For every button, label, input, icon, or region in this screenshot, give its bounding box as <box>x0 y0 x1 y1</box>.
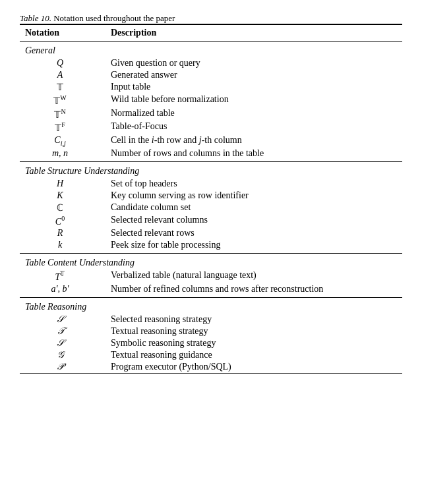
notation-S-script: 𝒮 <box>20 337 106 349</box>
section-content: Table Content Understanding <box>20 254 402 270</box>
table-number: Table 10. <box>20 13 51 23</box>
table-row: Q Given question or query <box>20 57 402 69</box>
header-description: Description <box>106 24 402 42</box>
table-row: H Set of top headers <box>20 178 402 190</box>
desc-C: Candidate column set <box>106 202 402 214</box>
header-notation: Notation <box>20 24 106 42</box>
table-subtitle: Notation used throughout the paper <box>53 13 175 23</box>
section-reasoning-label: Table Reasoning <box>20 298 402 314</box>
desc-ab: Number of refined columns and rows after… <box>106 283 402 298</box>
desc-TW: Wild table before normalization <box>106 94 402 107</box>
desc-T-script: Textual reasoning strategy <box>106 325 402 337</box>
notation-S: 𝒮 <box>20 314 106 325</box>
notation-P: 𝒫 <box>20 361 106 374</box>
notation-C0: C0 <box>20 214 106 228</box>
table-row: Ci,j Cell in the i-th row and j-th colum… <box>20 134 402 148</box>
desc-TN: Normalized table <box>106 107 402 121</box>
notation-k: k <box>20 239 106 254</box>
table-row: R Selected relevant rows <box>20 227 402 239</box>
desc-P: Program executor (Python/SQL) <box>106 361 402 374</box>
notation-TN: 𝕋N <box>20 107 106 121</box>
table-row: 𝕋W Wild table before normalization <box>20 94 402 107</box>
section-content-label: Table Content Understanding <box>20 254 402 270</box>
table-row: T𝕋 Verbalized table (natural language te… <box>20 269 402 283</box>
section-structure-label: Table Structure Understanding <box>20 161 402 178</box>
desc-S-script: Symbolic reasoning strategy <box>106 337 402 349</box>
notation-table: Notation Description General Q Given que… <box>20 24 402 374</box>
section-structure: Table Structure Understanding <box>20 161 402 178</box>
notation-H: H <box>20 178 106 190</box>
table-title: Table 10. Notation used throughout the p… <box>20 13 402 24</box>
desc-C0: Selected relevant columns <box>106 214 402 228</box>
notation-G: 𝒢 <box>20 349 106 361</box>
table-row: m, n Number of rows and columns in the t… <box>20 148 402 162</box>
table-row: 𝕋 Input table <box>20 81 402 94</box>
notation-mn: m, n <box>20 148 106 162</box>
desc-k: Peek size for table processing <box>106 239 402 254</box>
section-general: General <box>20 42 402 58</box>
desc-H: Set of top headers <box>106 178 402 190</box>
table-row: 𝕋F Table-of-Focus <box>20 121 402 134</box>
desc-TT: Verbalized table (natural language text) <box>106 269 402 283</box>
desc-R: Selected relevant rows <box>106 227 402 239</box>
notation-R: R <box>20 227 106 239</box>
desc-TF: Table-of-Focus <box>106 121 402 134</box>
table-row: A Generated answer <box>20 69 402 81</box>
notation-A: A <box>20 69 106 81</box>
desc-K: Key column serving as row identifier <box>106 190 402 202</box>
table-row: 𝒢 Textual reasoning guidance <box>20 349 402 361</box>
desc-Q: Given question or query <box>106 57 402 69</box>
table-row: ℂ Candidate column set <box>20 202 402 214</box>
table-row: C0 Selected relevant columns <box>20 214 402 228</box>
table-row: 𝒮 Selected reasoning strategy <box>20 314 402 325</box>
table-row: 𝒯 Textual reasoning strategy <box>20 325 402 337</box>
section-general-label: General <box>20 42 402 58</box>
notation-Q: Q <box>20 57 106 69</box>
notation-T-script: 𝒯 <box>20 325 106 337</box>
notation-TW: 𝕋W <box>20 94 106 107</box>
notation-TT: T𝕋 <box>20 269 106 283</box>
table-row: 𝒫 Program executor (Python/SQL) <box>20 361 402 374</box>
table-row: K Key column serving as row identifier <box>20 190 402 202</box>
desc-S: Selected reasoning strategy <box>106 314 402 325</box>
desc-A: Generated answer <box>106 69 402 81</box>
notation-K: K <box>20 190 106 202</box>
desc-Cij: Cell in the i-th row and j-th column <box>106 134 402 148</box>
table-header-row: Notation Description <box>20 24 402 42</box>
notation-Cij: Ci,j <box>20 134 106 148</box>
notation-T: 𝕋 <box>20 81 106 94</box>
table-row: 𝒮 Symbolic reasoning strategy <box>20 337 402 349</box>
table-row: k Peek size for table processing <box>20 239 402 254</box>
desc-G: Textual reasoning guidance <box>106 349 402 361</box>
notation-ab: a′, b′ <box>20 283 106 298</box>
table-row: 𝕋N Normalized table <box>20 107 402 121</box>
desc-mn: Number of rows and columns in the table <box>106 148 402 162</box>
section-reasoning: Table Reasoning <box>20 298 402 314</box>
table-row: a′, b′ Number of refined columns and row… <box>20 283 402 298</box>
notation-TF: 𝕋F <box>20 121 106 134</box>
notation-C: ℂ <box>20 202 106 214</box>
desc-T: Input table <box>106 81 402 94</box>
